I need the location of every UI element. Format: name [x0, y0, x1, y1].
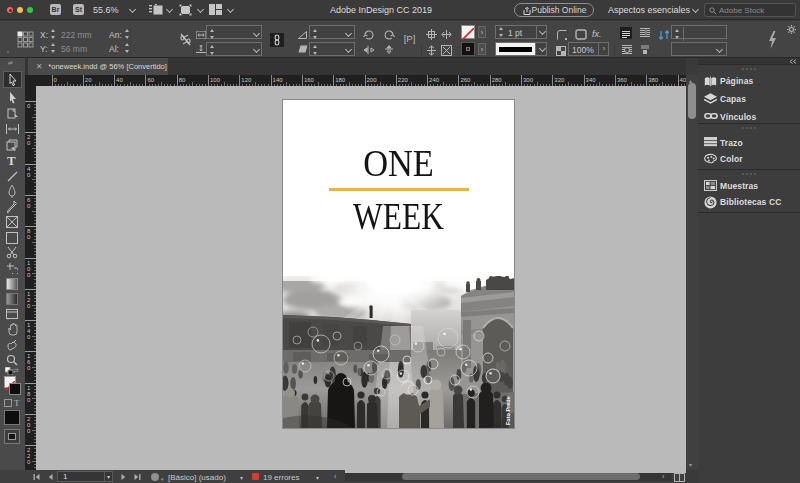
svg-text:Foto Prede: Foto Prede: [505, 396, 511, 425]
